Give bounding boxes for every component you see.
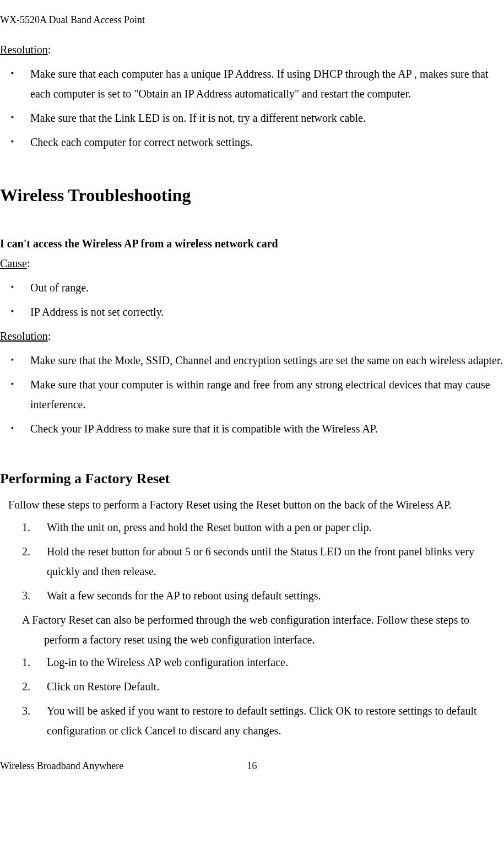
list-text: With the unit on, press and hold the Res… xyxy=(47,521,372,533)
list-item: Make sure that each computer has a uniqu… xyxy=(19,64,504,104)
list-text: Log-in to the Wireless AP web configurat… xyxy=(47,656,288,668)
list-text: You will be asked if you want to restore… xyxy=(47,705,477,737)
list-item: 3.You will be asked if you want to resto… xyxy=(30,701,504,740)
list-item: Make sure that the Mode, SSID, Channel a… xyxy=(19,350,504,370)
resolution-label: Resolution xyxy=(0,44,48,56)
list-number: 2. xyxy=(22,542,30,561)
list-item: Make sure that your computer is within r… xyxy=(19,375,504,414)
factory-steps-2: 1.Log-in to the Wireless AP web configur… xyxy=(0,652,504,740)
footer-right-spacer xyxy=(502,757,505,775)
resolution-section-1: Resolution: Make sure that each computer… xyxy=(0,40,504,152)
list-number: 1. xyxy=(22,517,30,537)
document-header: WX-5520A Dual Band Access Point xyxy=(0,11,504,29)
resolution-list-1: Make sure that each computer has a uniqu… xyxy=(0,64,504,152)
list-number: 2. xyxy=(22,677,30,696)
list-item: Out of range. xyxy=(19,278,504,298)
list-text: Hold the reset button for about 5 or 6 s… xyxy=(47,545,474,577)
document-footer: Wireless Broadband Anywhere 16 xyxy=(0,757,504,775)
factory-mid-span: A Factory Reset can also be performed th… xyxy=(22,614,469,646)
list-item: 2.Hold the reset button for about 5 or 6… xyxy=(30,542,504,581)
factory-mid-text: A Factory Reset can also be performed th… xyxy=(22,610,504,650)
list-number: 3. xyxy=(22,586,30,605)
colon: : xyxy=(27,257,30,269)
list-item: 1.With the unit on, press and hold the R… xyxy=(30,517,504,537)
footer-left: Wireless Broadband Anywhere xyxy=(0,757,123,775)
page-number: 16 xyxy=(247,757,257,775)
cause-list: Out of range. IP Address is not set corr… xyxy=(0,278,504,322)
heading-factory-reset: Performing a Factory Reset xyxy=(0,466,504,492)
list-item: Make sure that the Link LED is on. If it… xyxy=(19,108,504,128)
resolution-list-2: Make sure that the Mode, SSID, Channel a… xyxy=(0,350,504,439)
list-item: Check each computer for correct network … xyxy=(19,132,504,152)
list-item: 3.Wait a few seconds for the AP to reboo… xyxy=(30,586,504,605)
factory-intro: Follow these steps to perform a Factory … xyxy=(0,495,504,515)
list-number: 3. xyxy=(22,701,30,721)
issue-title: I can't access the Wireless AP from a wi… xyxy=(0,234,504,253)
list-text: Click on Restore Default. xyxy=(47,680,159,693)
factory-steps-1: 1.With the unit on, press and hold the R… xyxy=(0,517,504,605)
colon: : xyxy=(48,44,51,56)
issue-section: I can't access the Wireless AP from a wi… xyxy=(0,234,504,439)
list-item: 2.Click on Restore Default. xyxy=(30,677,504,696)
heading-wireless-troubleshooting: Wireless Troubleshooting xyxy=(0,180,504,212)
colon: : xyxy=(48,330,51,342)
list-number: 1. xyxy=(22,652,30,672)
list-item: 1.Log-in to the Wireless AP web configur… xyxy=(30,652,504,672)
resolution-label-2: Resolution xyxy=(0,330,48,342)
list-text: Wait a few seconds for the AP to reboot … xyxy=(47,590,321,602)
list-item: IP Address is not set correctly. xyxy=(19,302,504,322)
list-item: Check your IP Address to make sure that … xyxy=(19,419,504,439)
cause-label: Cause xyxy=(0,257,27,269)
